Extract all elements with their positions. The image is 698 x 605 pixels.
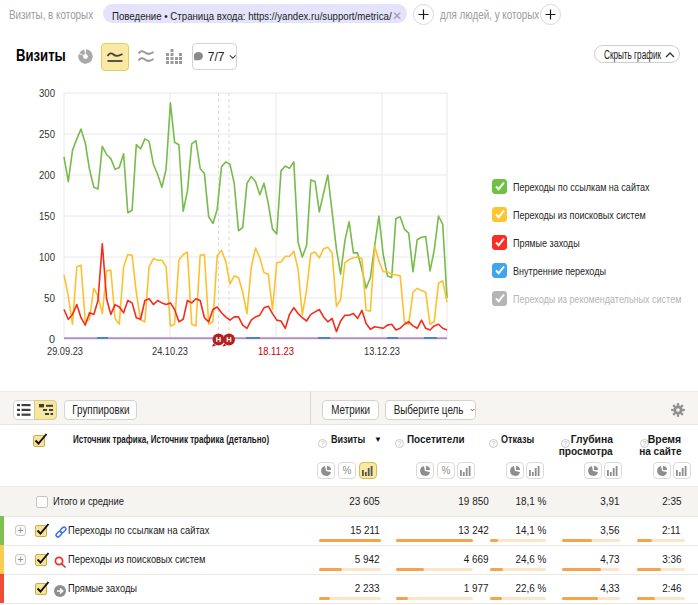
svg-text:29.09.23: 29.09.23 [47, 345, 83, 357]
svg-text:Н: Н [216, 335, 221, 344]
svg-text:100: 100 [39, 251, 55, 263]
svg-text:150: 150 [39, 210, 55, 222]
svg-text:50: 50 [44, 292, 55, 304]
svg-text:18.11.23: 18.11.23 [258, 345, 294, 357]
svg-text:250: 250 [39, 128, 55, 140]
svg-text:24.10.23: 24.10.23 [152, 345, 188, 357]
svg-text:Н: Н [226, 335, 231, 344]
svg-text:0: 0 [49, 333, 55, 345]
svg-text:300: 300 [39, 87, 55, 99]
svg-text:13.12.23: 13.12.23 [364, 345, 400, 357]
svg-text:200: 200 [39, 169, 55, 181]
